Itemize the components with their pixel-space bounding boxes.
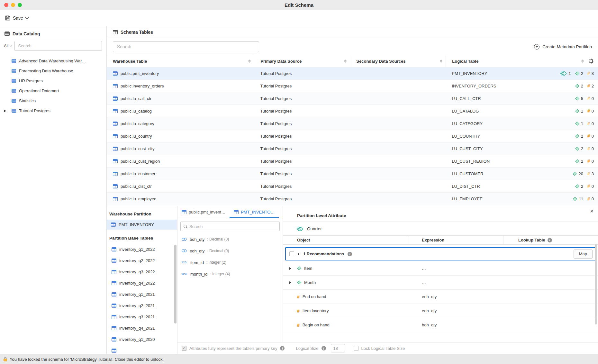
database-icon xyxy=(12,99,16,103)
base-table-item[interactable]: inventory_q1_2020 xyxy=(107,334,177,345)
logical-table-name: LU_EMPLOYEE xyxy=(452,196,482,201)
sidebar-search-input[interactable] xyxy=(14,41,102,51)
info-icon[interactable] xyxy=(322,346,326,350)
base-table-item[interactable] xyxy=(107,345,177,354)
base-table-item[interactable]: inventory_q4_2021 xyxy=(107,323,177,334)
info-icon[interactable] xyxy=(348,252,352,256)
warehouse-partition-item[interactable]: PMT_INVENTORY xyxy=(107,220,177,230)
recommendations-label: 1 Recommendations xyxy=(303,251,344,256)
table-row[interactable]: public.lu_catalog Tutorial Postgres LU_C… xyxy=(107,105,598,117)
object-row[interactable]: Month … xyxy=(283,276,598,290)
sidebar-item-forecasting-data-warehouse[interactable]: Forecasting Data Warehouse xyxy=(0,66,106,76)
close-window-button[interactable] xyxy=(4,3,8,7)
info-icon[interactable] xyxy=(548,238,552,242)
base-table-item[interactable]: inventory_q2_2021 xyxy=(107,300,177,311)
column-item[interactable]: month_id: Integer (4) xyxy=(177,268,283,280)
table-row[interactable]: public.lu_cust_region Tutorial Postgres … xyxy=(107,155,598,168)
sidebar-item-tutorial-postgres[interactable]: Tutorial Postgres xyxy=(0,106,106,116)
table-row[interactable]: public.lu_dist_ctr Tutorial Postgres LU_… xyxy=(107,180,598,193)
expand-caret-icon[interactable] xyxy=(4,110,6,112)
recommendations-checkbox[interactable] xyxy=(289,251,294,256)
sidebar-item-statistics[interactable]: Statistics xyxy=(0,96,106,106)
table-row[interactable]: public.lu_customer Tutorial Postgres LU_… xyxy=(107,168,598,180)
database-icon xyxy=(12,109,16,113)
attribute-grid-header: Object Expression Lookup Table xyxy=(283,235,598,245)
object-name: End on hand xyxy=(303,294,326,299)
close-icon[interactable] xyxy=(590,208,593,214)
table-row[interactable]: public.lu_call_ctr Tutorial Postgres LU_… xyxy=(107,92,598,105)
object-expression: eoh_qty xyxy=(409,308,503,313)
table-row[interactable]: public.lu_country Tutorial Postgres LU_C… xyxy=(107,130,598,142)
primary-data-source: Tutorial Postgres xyxy=(260,171,292,176)
attribute-count: 2 xyxy=(581,159,583,164)
table-icon xyxy=(112,270,116,274)
column-header-secondary-data-sources[interactable]: Secondary Data Sources xyxy=(350,55,446,67)
column-header-logical-table[interactable]: Logical Table xyxy=(446,55,598,67)
sidebar-item-label: Statistics xyxy=(19,98,36,103)
expand-caret-icon[interactable] xyxy=(289,267,291,270)
recommendations-row[interactable]: 1 Recommendations Map xyxy=(285,247,595,260)
column-header-primary-data-source[interactable]: Primary Data Source xyxy=(254,55,350,67)
table-row[interactable]: public.lu_employee Tutorial Postgres LU_… xyxy=(107,193,598,205)
column-name: eoh_qty xyxy=(190,249,204,253)
editor-tabs: public.pmt_invent… PMT_INVENTO… xyxy=(177,206,283,218)
base-table-item[interactable]: inventory_q4_2022 xyxy=(107,278,177,289)
column-header-warehouse-table[interactable]: Warehouse Table xyxy=(107,55,254,67)
partition-attribute-row[interactable]: Quarter xyxy=(283,222,598,235)
partition-level-attribute-title: Partition Level Attribute xyxy=(283,206,598,222)
columns-search-box[interactable] xyxy=(180,222,280,231)
database-icon xyxy=(12,69,16,73)
base-table-item[interactable]: inventory_q3_2022 xyxy=(107,266,177,278)
tab-warehouse-table[interactable]: public.pmt_invent… xyxy=(177,206,230,218)
create-metadata-partition-button[interactable]: Create Metadata Partition xyxy=(534,44,592,50)
attribute-count: 20 xyxy=(578,171,583,176)
base-table-item[interactable]: inventory_q1_2021 xyxy=(107,289,177,300)
table-icon xyxy=(112,281,116,285)
scrollbar-thumb[interactable] xyxy=(174,245,177,323)
sidebar-item-operational-datamart[interactable]: Operational Datamart xyxy=(0,86,106,96)
traffic-lights xyxy=(4,3,22,7)
table-row[interactable]: public.inventory_orders Tutorial Postgre… xyxy=(107,80,598,92)
object-row[interactable]: Item inventory eoh_qty xyxy=(283,304,598,318)
primary-key-checkbox[interactable] xyxy=(182,346,186,351)
metric-count: 0 xyxy=(592,159,594,164)
table-settings-button[interactable] xyxy=(589,59,594,65)
column-type: : Decimal (0) xyxy=(207,249,229,253)
base-table-label: inventory_q1_2020 xyxy=(119,337,155,342)
sidebar-item-hr-postgres[interactable]: HR Postgres xyxy=(0,76,106,86)
table-row[interactable]: public.lu_category Tutorial Postgres LU_… xyxy=(107,117,598,130)
metric-count: 0 xyxy=(592,146,594,151)
warehouse-table-name: public.lu_customer xyxy=(121,171,155,176)
base-table-item[interactable]: inventory_q3_2021 xyxy=(107,311,177,323)
base-table-item[interactable]: inventory_q1_2022 xyxy=(107,244,177,255)
column-item[interactable]: eoh_qty: Decimal (0) xyxy=(177,245,283,257)
zoom-window-button[interactable] xyxy=(18,3,22,7)
expand-caret-icon[interactable] xyxy=(298,253,300,255)
table-row[interactable]: public.pmt_inventory Tutorial Postgres P… xyxy=(107,67,598,80)
object-name: Month xyxy=(304,280,316,285)
object-row[interactable]: Item … xyxy=(283,261,598,276)
column-item[interactable]: item_id: Integer (2) xyxy=(177,257,283,268)
scrollbar-thumb[interactable] xyxy=(595,244,597,324)
lock-logical-size-checkbox[interactable] xyxy=(354,346,358,351)
map-button[interactable]: Map xyxy=(574,250,593,259)
info-icon[interactable] xyxy=(280,346,285,350)
base-table-item[interactable]: inventory_q2_2022 xyxy=(107,255,177,266)
filter-dropdown[interactable]: All xyxy=(3,43,12,48)
tab-logical-table[interactable]: PMT_INVENTO… xyxy=(230,206,279,218)
save-button[interactable]: Save xyxy=(5,15,28,21)
numeric-type-icon xyxy=(181,261,188,264)
attribute-count: 11 xyxy=(579,196,583,201)
expand-caret-icon[interactable] xyxy=(289,281,291,284)
minimize-window-button[interactable] xyxy=(11,3,15,7)
schema-tables-header: Schema Tables xyxy=(107,26,598,38)
columns-search-input[interactable] xyxy=(189,224,276,229)
warehouse-table-name: public.lu_dist_ctr xyxy=(121,184,152,189)
column-item[interactable]: boh_qty: Decimal (0) xyxy=(177,233,283,245)
sidebar-item-advanced-data-warehousing[interactable]: Advanced Data Warehousing War… xyxy=(0,56,106,66)
schema-tables-search-input[interactable] xyxy=(113,41,259,52)
object-row[interactable]: Begin on hand boh_qty xyxy=(283,318,598,332)
table-row[interactable]: public.lu_cust_city Tutorial Postgres LU… xyxy=(107,142,598,155)
logical-size-input[interactable] xyxy=(331,344,345,352)
object-row[interactable]: End on hand eoh_qty xyxy=(283,290,598,304)
